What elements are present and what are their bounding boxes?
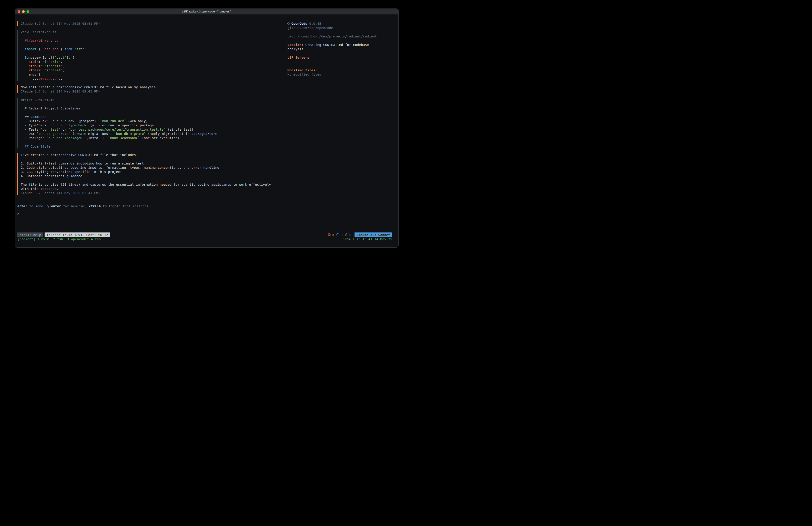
text-segment: - Test: [25, 127, 41, 131]
hint-icon: Ⓗ [345, 233, 348, 237]
tmux-status-bar: [radiant] 1:nvim 2:zsh- 3:opencode* 4:zs… [17, 237, 392, 241]
tool-code-block: #!/usr/bin/env bun import { Resource } f… [21, 34, 288, 81]
copyright-icon: © [288, 22, 289, 25]
text-segment: `bunx <command>` [108, 136, 140, 140]
text-line: import { Resource } from "sst"; [25, 47, 288, 51]
text-segment: The file is concise (20 lines) and captu… [21, 183, 271, 186]
text-segment: : [41, 64, 45, 68]
text-line [25, 110, 288, 115]
text-segment: or [60, 127, 69, 131]
text-segment: 1. Build/lint/test commands including ho… [21, 161, 144, 165]
text-line: stderr: "inherit", [25, 68, 288, 72]
text-line [21, 157, 288, 161]
text-segment: - DB: [25, 132, 37, 136]
info-icon: Ⓘ [336, 233, 339, 237]
window-titlebar[interactable]: [2/3] radiant:3:opencode - "romulus" [15, 9, 398, 15]
text-segment: { [37, 47, 43, 51]
text-segment: with this codebase. [21, 187, 58, 190]
text-segment: Claude 3.7 Sonnet (14 May 2025 03:41 PM) [21, 191, 100, 195]
spacer [288, 51, 379, 55]
text-line [25, 43, 288, 47]
text-segment: ], { [67, 56, 74, 59]
close-button-icon[interactable] [18, 10, 20, 13]
version-label: 0.0.45 [309, 22, 321, 25]
traffic-lights [18, 10, 29, 13]
text-line: Claude 3.7 Sonnet (14 May 2025 03:41 PM) [21, 191, 288, 195]
text-segment: 2. Code style guidelines covering import… [21, 166, 219, 169]
sidebar: © OpenCode 0.0.45 github.com/sst/opencod… [288, 22, 392, 204]
text-line [25, 34, 288, 38]
terminal-window: [2/3] radiant:3:opencode - "romulus" Cla… [15, 9, 398, 247]
warning-count: 0 [332, 233, 334, 237]
text-line: stdin: "inherit", [25, 59, 288, 64]
text-line: Claude 3.7 Sonnet (14 May 2025 03:41 PM) [21, 22, 288, 26]
brand-name: OpenCode [291, 22, 307, 25]
text-segment: `bun db migrate` [114, 132, 146, 136]
text-segment: ## Commands [25, 115, 47, 118]
prompt-symbol: > [17, 212, 19, 215]
tmux-host-clock: "romulus" 15:41 14-May-25 [343, 237, 392, 241]
chat-messages: Claude 3.7 Sonnet (14 May 2025 03:41 PM)… [17, 22, 288, 204]
text-segment: for newline, [61, 204, 89, 208]
minimize-button-icon[interactable] [22, 10, 25, 13]
text-segment: `bun test packages/core/test/transaction… [69, 127, 166, 131]
hint-count: 0 [349, 233, 351, 237]
text-segment: 4. Database operations guidance [21, 174, 82, 178]
text-line [21, 178, 288, 182]
text-segment: (one-off execution) [140, 136, 179, 140]
text-line: - Test: `bun test` or `bun test packages… [25, 127, 288, 131]
text-line: - TypeCheck: `bun run typecheck` (all) o… [25, 123, 288, 127]
editor-help-hints: enter to send, \+enter for newline, ctrl… [17, 204, 392, 208]
text-segment: - Package: [25, 136, 47, 140]
text-line: - Package: `bun add <package>` (install)… [25, 136, 288, 140]
text-line: 1. Build/lint/test commands including ho… [21, 161, 288, 166]
text-segment [72, 47, 74, 51]
text-segment: (web only) [126, 119, 148, 123]
text-segment: (all) or run in specific package [88, 123, 154, 127]
text-line: ...process.env, [25, 76, 288, 81]
modified-files-empty: No modified files [288, 72, 379, 76]
text-segment: `bun add <package>` [47, 136, 84, 140]
text-segment: #!/usr/bin/env bun [25, 39, 60, 42]
text-segment: (apply migrations) in packages/core [146, 132, 217, 136]
info-count: 0 [340, 233, 343, 237]
cwd-label: cwd: /home/thdxr/dev/projects/radiant/ra… [288, 34, 379, 38]
tokens-cost-badge: Tokens: 16.4K (8%), Cost: $0.12 [45, 232, 110, 237]
text-line: Bun.spawnSync([`psql`], { [25, 55, 288, 59]
text-segment: (single test) [165, 127, 193, 131]
diagnostic-info: Ⓘ0 [336, 233, 343, 237]
text-line [25, 102, 288, 106]
text-segment: "inherit" [45, 68, 62, 72]
text-line: #!/usr/bin/env bun [25, 38, 288, 43]
text-line: ## Commands [25, 115, 288, 119]
repo-link: github.com/sst/opencode [288, 26, 379, 30]
text-line: env: { [25, 72, 288, 76]
assistant-message: I've created a comprehensive CONTEXT.md … [17, 153, 288, 195]
zoom-button-icon[interactable] [27, 10, 29, 13]
text-segment: "sst" [74, 47, 85, 51]
text-line: # Radiant Project Guidelines [25, 106, 288, 110]
text-segment: env [25, 72, 35, 76]
tool-code-block: # Radiant Project Guidelines ## Commands… [21, 102, 288, 148]
text-segment: "inherit" [43, 60, 60, 63]
text-segment: - TypeCheck: [25, 123, 50, 127]
spacer [101, 237, 343, 241]
help-badge[interactable]: ctrl+? help [17, 232, 43, 237]
text-segment: ## Code Style [25, 144, 50, 148]
text-line: Claude 3.7 Sonnet (14 May 2025 03:41 PM) [21, 89, 288, 94]
tmux-session-windows[interactable]: [radiant] 1:nvim 2:zsh- 3:opencode* 4:zs… [17, 237, 101, 241]
status-bar: ctrl+? help Tokens: 16.4K (8%), Cost: $0… [17, 232, 392, 237]
model-badge[interactable]: Claude 3.7 Sonnet [354, 232, 392, 237]
text-segment: , [62, 68, 64, 72]
text-segment: (create migrations), [70, 132, 114, 136]
text-segment: to send, [27, 204, 47, 208]
spacer [288, 30, 379, 34]
text-segment: ... [25, 77, 39, 81]
text-segment: Bun [25, 56, 31, 59]
prompt-input[interactable]: > [17, 209, 392, 232]
text-segment: stdout [25, 64, 41, 68]
text-segment: 3. CSS styling conventions specific to t… [21, 170, 122, 174]
warning-icon: Ⓦ [328, 233, 331, 237]
text-segment: : [39, 60, 43, 63]
text-segment: } [58, 47, 64, 51]
